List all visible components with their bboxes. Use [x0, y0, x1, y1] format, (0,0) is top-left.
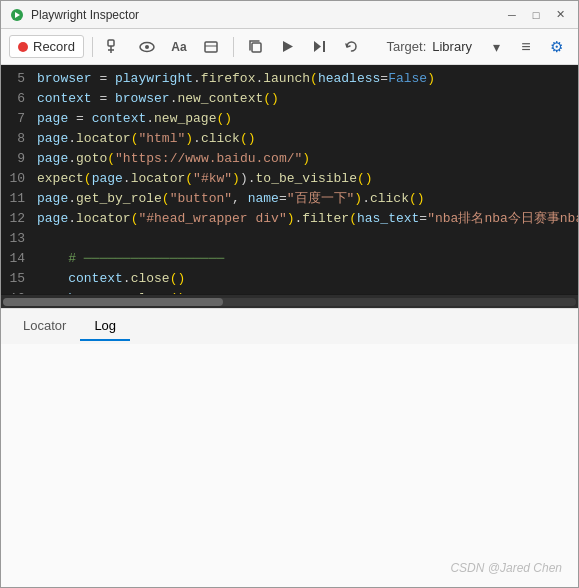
line-number: 8: [1, 129, 37, 149]
titlebar: Playwright Inspector ─ □ ✕: [1, 1, 578, 29]
selector-button[interactable]: [197, 33, 225, 61]
list-button[interactable]: ≡: [512, 33, 540, 61]
target-value: Library: [432, 39, 472, 54]
target-label: Target:: [387, 39, 427, 54]
code-line: 13: [1, 229, 578, 249]
toolbar-right-icons: ▾ ≡ ⚙: [482, 33, 570, 61]
line-code: expect(page.locator("#kw")).to_be_visibl…: [37, 169, 373, 189]
record-label: Record: [33, 39, 75, 54]
close-button[interactable]: ✕: [550, 5, 570, 25]
svg-point-6: [145, 45, 149, 49]
line-number: 11: [1, 189, 37, 209]
code-line: 14 # ──────────────────: [1, 249, 578, 269]
app-icon: [9, 7, 25, 23]
list-icon: ≡: [521, 38, 530, 56]
code-line: 15 context.close(): [1, 269, 578, 289]
line-code: page.get_by_role("button", name="百度一下").…: [37, 189, 425, 209]
code-line: 11page.get_by_role("button", name="百度一下"…: [1, 189, 578, 209]
bottom-tab-locator[interactable]: Locator: [9, 312, 80, 341]
eye-button[interactable]: [133, 33, 161, 61]
line-number: 10: [1, 169, 37, 189]
settings-icon: ⚙: [550, 38, 563, 56]
line-number: 13: [1, 229, 37, 249]
line-code: [37, 229, 45, 249]
chevron-down-button[interactable]: ▾: [482, 33, 510, 61]
line-code: page.goto("https://www.baidu.com/"): [37, 149, 310, 169]
svg-marker-10: [283, 41, 293, 52]
playwright-inspector-window: Playwright Inspector ─ □ ✕ Record: [0, 0, 579, 588]
window-controls: ─ □ ✕: [502, 5, 570, 25]
code-line: 10expect(page.locator("#kw")).to_be_visi…: [1, 169, 578, 189]
separator-1: [92, 37, 93, 57]
replay-button[interactable]: [338, 33, 366, 61]
settings-button[interactable]: ⚙: [542, 33, 570, 61]
code-line: 7page = context.new_page(): [1, 109, 578, 129]
svg-rect-2: [108, 40, 114, 46]
record-dot-icon: [18, 42, 28, 52]
line-number: 5: [1, 69, 37, 89]
chevron-down-icon: ▾: [493, 39, 500, 55]
target-area: Target: Library: [387, 39, 473, 54]
step-button[interactable]: [306, 33, 334, 61]
minimize-button[interactable]: ─: [502, 5, 522, 25]
watermark: CSDN @Jared Chen: [450, 561, 562, 575]
line-number: 12: [1, 209, 37, 229]
line-number: 9: [1, 149, 37, 169]
horizontal-scrollbar[interactable]: [1, 294, 578, 308]
svg-marker-11: [314, 41, 321, 52]
log-content-area: CSDN @Jared Chen: [1, 344, 578, 587]
line-code: context = browser.new_context(): [37, 89, 279, 109]
line-code: page.locator("html").click(): [37, 129, 256, 149]
separator-2: [233, 37, 234, 57]
record-button[interactable]: Record: [9, 35, 84, 58]
line-number: 7: [1, 109, 37, 129]
line-code: page.locator("#head_wrapper div").filter…: [37, 209, 578, 229]
window-title: Playwright Inspector: [31, 8, 502, 22]
svg-rect-7: [205, 42, 217, 52]
code-line: 6context = browser.new_context(): [1, 89, 578, 109]
code-editor: 5browser = playwright.firefox.launch(hea…: [1, 65, 578, 308]
scrollbar-thumb[interactable]: [3, 298, 223, 306]
code-line: 5browser = playwright.firefox.launch(hea…: [1, 69, 578, 89]
pick-locator-button[interactable]: [101, 33, 129, 61]
code-line: 8page.locator("html").click(): [1, 129, 578, 149]
line-code: # ──────────────────: [37, 249, 224, 269]
scrollbar-track[interactable]: [3, 298, 576, 306]
bottom-tabs: LocatorLog: [1, 308, 578, 344]
line-number: 15: [1, 269, 37, 289]
bottom-tab-log[interactable]: Log: [80, 312, 130, 341]
line-number: 6: [1, 89, 37, 109]
line-code: browser = playwright.firefox.launch(head…: [37, 69, 435, 89]
line-code: page = context.new_page(): [37, 109, 232, 129]
play-button[interactable]: [274, 33, 302, 61]
toolbar: Record Aa: [1, 29, 578, 65]
copy-button[interactable]: [242, 33, 270, 61]
code-content[interactable]: 5browser = playwright.firefox.launch(hea…: [1, 65, 578, 294]
line-number: 14: [1, 249, 37, 269]
maximize-button[interactable]: □: [526, 5, 546, 25]
svg-rect-9: [252, 43, 261, 52]
text-button[interactable]: Aa: [165, 33, 193, 61]
code-line: 12page.locator("#head_wrapper div").filt…: [1, 209, 578, 229]
code-line: 9page.goto("https://www.baidu.com/"): [1, 149, 578, 169]
line-code: context.close(): [37, 269, 185, 289]
